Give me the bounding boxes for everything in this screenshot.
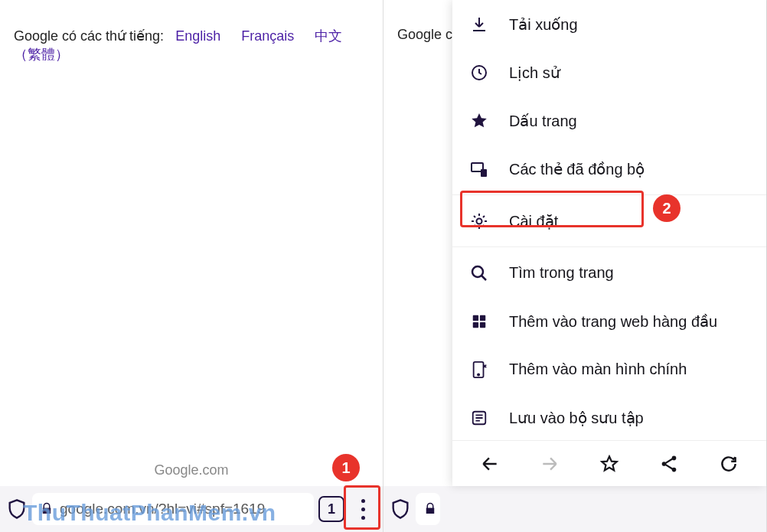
browser-menu: Tải xuống Lịch sử Dấu trang Các thẻ đã đ… (452, 0, 766, 486)
address-bar-right (384, 486, 766, 532)
menu-footer (452, 440, 766, 486)
svg-point-10 (478, 374, 479, 375)
tracking-shield-icon[interactable] (6, 498, 28, 520)
language-offer-label: Google có các thứ tiếng: (14, 28, 164, 44)
add-home-icon (469, 360, 489, 380)
tabs-button[interactable]: 1 (318, 496, 344, 522)
svg-rect-5 (473, 315, 478, 320)
menu-item-save-collection[interactable]: Lưu vào bộ sưu tập (452, 393, 766, 440)
menu-label: Lịch sử (509, 64, 749, 82)
grid-icon (469, 312, 489, 331)
url-field[interactable]: google.com.vn/?hl=vi#spf=1619 (32, 493, 314, 525)
menu-label: Lưu vào bộ sưu tập (509, 409, 749, 427)
menu-item-settings[interactable]: Cài đặt (452, 197, 766, 245)
menu-item-add-home[interactable]: Thêm vào màn hình chính (452, 345, 766, 393)
left-pane: Google có các thứ tiếng: English Françai… (0, 0, 384, 532)
share-button[interactable] (652, 447, 686, 481)
menu-label: Thêm vào màn hình chính (509, 361, 749, 378)
svg-rect-2 (481, 169, 487, 177)
menu-label: Dấu trang (509, 112, 749, 130)
svg-rect-7 (473, 321, 478, 327)
menu-item-history[interactable]: Lịch sử (452, 48, 766, 96)
svg-point-3 (477, 218, 482, 224)
bookmark-star-icon (469, 111, 489, 131)
collection-icon (469, 408, 489, 428)
menu-separator (452, 246, 766, 247)
menu-item-add-top-site[interactable]: Thêm vào trang web hàng đầu (452, 297, 766, 345)
svg-rect-6 (480, 315, 485, 320)
lock-icon (423, 502, 437, 516)
synced-tabs-icon (469, 159, 489, 179)
nav-back-button[interactable] (473, 447, 507, 481)
menu-button[interactable] (349, 491, 377, 527)
menu-label: Tìm trong trang (509, 264, 749, 282)
tab-count: 1 (328, 501, 335, 517)
address-bar-left: google.com.vn/?hl=vi#spf=1619 1 (0, 486, 383, 532)
nav-forward-button[interactable] (533, 447, 566, 481)
right-pane: Google có Tải xuống Lịch sử (384, 0, 767, 532)
tracking-shield-icon[interactable] (390, 498, 411, 520)
download-icon (469, 15, 489, 34)
menu-item-download[interactable]: Tải xuống (452, 0, 766, 48)
menu-label: Cài đặt (509, 212, 749, 230)
footer-domain-label: Google.com (0, 449, 383, 486)
history-icon (469, 63, 489, 83)
menu-label: Thêm vào trang web hàng đầu (509, 312, 749, 331)
lang-link-english[interactable]: English (175, 28, 220, 44)
menu-label: Các thẻ đã đồng bộ (509, 160, 749, 178)
settings-icon (469, 211, 489, 231)
url-field-right[interactable] (416, 493, 440, 525)
page-content-left: Google có các thứ tiếng: English Françai… (0, 0, 383, 449)
lang-link-francais[interactable]: Français (241, 28, 294, 44)
menu-item-bookmarks[interactable]: Dấu trang (452, 96, 766, 145)
svg-point-4 (472, 266, 483, 277)
menu-item-synced-tabs[interactable]: Các thẻ đã đồng bộ (452, 145, 766, 193)
menu-separator (452, 194, 766, 195)
url-text: google.com.vn/?hl=vi#spf=1619 (60, 501, 265, 517)
language-offer-partial: Google có (397, 27, 460, 42)
menu-label: Tải xuống (509, 15, 749, 34)
lock-icon (40, 502, 54, 516)
bookmark-button[interactable] (592, 447, 626, 481)
search-icon (469, 263, 489, 283)
reload-button[interactable] (712, 447, 746, 481)
svg-rect-8 (480, 321, 485, 327)
menu-item-find[interactable]: Tìm trong trang (452, 249, 766, 297)
